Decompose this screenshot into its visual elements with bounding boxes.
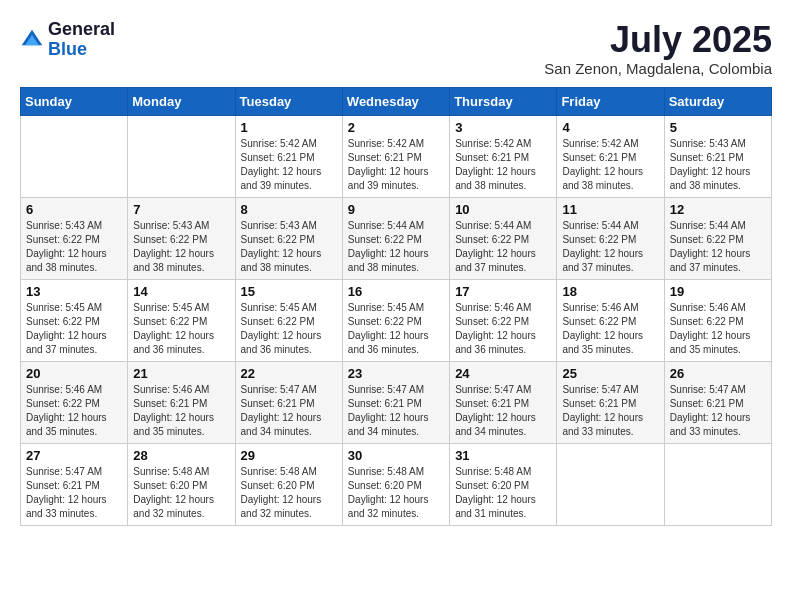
day-number: 24	[455, 366, 551, 381]
calendar-cell: 23Sunrise: 5:47 AMSunset: 6:21 PMDayligh…	[342, 361, 449, 443]
day-of-week-header: Wednesday	[342, 87, 449, 115]
day-info: Sunrise: 5:47 AMSunset: 6:21 PMDaylight:…	[670, 383, 766, 439]
page-header: General Blue July 2025 San Zenon, Magdal…	[20, 20, 772, 77]
day-of-week-header: Friday	[557, 87, 664, 115]
day-info: Sunrise: 5:42 AMSunset: 6:21 PMDaylight:…	[241, 137, 337, 193]
day-info: Sunrise: 5:45 AMSunset: 6:22 PMDaylight:…	[133, 301, 229, 357]
title-block: July 2025 San Zenon, Magdalena, Colombia	[544, 20, 772, 77]
day-number: 28	[133, 448, 229, 463]
day-number: 18	[562, 284, 658, 299]
calendar-cell: 25Sunrise: 5:47 AMSunset: 6:21 PMDayligh…	[557, 361, 664, 443]
calendar-cell: 24Sunrise: 5:47 AMSunset: 6:21 PMDayligh…	[450, 361, 557, 443]
day-info: Sunrise: 5:43 AMSunset: 6:22 PMDaylight:…	[133, 219, 229, 275]
calendar-cell: 11Sunrise: 5:44 AMSunset: 6:22 PMDayligh…	[557, 197, 664, 279]
day-number: 4	[562, 120, 658, 135]
day-info: Sunrise: 5:47 AMSunset: 6:21 PMDaylight:…	[562, 383, 658, 439]
day-number: 16	[348, 284, 444, 299]
day-number: 25	[562, 366, 658, 381]
day-number: 2	[348, 120, 444, 135]
day-number: 22	[241, 366, 337, 381]
calendar-table: SundayMondayTuesdayWednesdayThursdayFrid…	[20, 87, 772, 526]
day-info: Sunrise: 5:43 AMSunset: 6:22 PMDaylight:…	[26, 219, 122, 275]
calendar-cell	[557, 443, 664, 525]
logo: General Blue	[20, 20, 115, 60]
calendar-week-row: 27Sunrise: 5:47 AMSunset: 6:21 PMDayligh…	[21, 443, 772, 525]
day-info: Sunrise: 5:48 AMSunset: 6:20 PMDaylight:…	[133, 465, 229, 521]
day-number: 23	[348, 366, 444, 381]
location-title: San Zenon, Magdalena, Colombia	[544, 60, 772, 77]
calendar-cell: 15Sunrise: 5:45 AMSunset: 6:22 PMDayligh…	[235, 279, 342, 361]
day-info: Sunrise: 5:46 AMSunset: 6:22 PMDaylight:…	[26, 383, 122, 439]
day-number: 13	[26, 284, 122, 299]
calendar-cell: 21Sunrise: 5:46 AMSunset: 6:21 PMDayligh…	[128, 361, 235, 443]
day-info: Sunrise: 5:42 AMSunset: 6:21 PMDaylight:…	[562, 137, 658, 193]
day-number: 19	[670, 284, 766, 299]
calendar-cell: 8Sunrise: 5:43 AMSunset: 6:22 PMDaylight…	[235, 197, 342, 279]
calendar-cell: 26Sunrise: 5:47 AMSunset: 6:21 PMDayligh…	[664, 361, 771, 443]
logo-general: General	[48, 20, 115, 40]
day-info: Sunrise: 5:44 AMSunset: 6:22 PMDaylight:…	[348, 219, 444, 275]
day-info: Sunrise: 5:46 AMSunset: 6:22 PMDaylight:…	[455, 301, 551, 357]
calendar-cell	[128, 115, 235, 197]
day-number: 8	[241, 202, 337, 217]
day-number: 20	[26, 366, 122, 381]
day-number: 31	[455, 448, 551, 463]
day-number: 10	[455, 202, 551, 217]
logo-icon	[20, 28, 44, 52]
day-info: Sunrise: 5:42 AMSunset: 6:21 PMDaylight:…	[455, 137, 551, 193]
day-info: Sunrise: 5:47 AMSunset: 6:21 PMDaylight:…	[26, 465, 122, 521]
day-info: Sunrise: 5:48 AMSunset: 6:20 PMDaylight:…	[455, 465, 551, 521]
day-info: Sunrise: 5:43 AMSunset: 6:22 PMDaylight:…	[241, 219, 337, 275]
calendar-cell: 3Sunrise: 5:42 AMSunset: 6:21 PMDaylight…	[450, 115, 557, 197]
month-title: July 2025	[544, 20, 772, 60]
day-of-week-header: Thursday	[450, 87, 557, 115]
calendar-week-row: 1Sunrise: 5:42 AMSunset: 6:21 PMDaylight…	[21, 115, 772, 197]
day-info: Sunrise: 5:45 AMSunset: 6:22 PMDaylight:…	[241, 301, 337, 357]
day-of-week-header: Sunday	[21, 87, 128, 115]
day-of-week-header: Tuesday	[235, 87, 342, 115]
day-number: 1	[241, 120, 337, 135]
day-number: 30	[348, 448, 444, 463]
logo-blue: Blue	[48, 40, 115, 60]
calendar-cell: 6Sunrise: 5:43 AMSunset: 6:22 PMDaylight…	[21, 197, 128, 279]
calendar-cell: 22Sunrise: 5:47 AMSunset: 6:21 PMDayligh…	[235, 361, 342, 443]
calendar-cell: 2Sunrise: 5:42 AMSunset: 6:21 PMDaylight…	[342, 115, 449, 197]
day-info: Sunrise: 5:46 AMSunset: 6:21 PMDaylight:…	[133, 383, 229, 439]
calendar-cell	[21, 115, 128, 197]
day-info: Sunrise: 5:48 AMSunset: 6:20 PMDaylight:…	[241, 465, 337, 521]
day-number: 14	[133, 284, 229, 299]
day-number: 17	[455, 284, 551, 299]
day-info: Sunrise: 5:47 AMSunset: 6:21 PMDaylight:…	[241, 383, 337, 439]
day-info: Sunrise: 5:43 AMSunset: 6:21 PMDaylight:…	[670, 137, 766, 193]
day-info: Sunrise: 5:45 AMSunset: 6:22 PMDaylight:…	[348, 301, 444, 357]
calendar-week-row: 20Sunrise: 5:46 AMSunset: 6:22 PMDayligh…	[21, 361, 772, 443]
calendar-cell: 27Sunrise: 5:47 AMSunset: 6:21 PMDayligh…	[21, 443, 128, 525]
calendar-cell: 14Sunrise: 5:45 AMSunset: 6:22 PMDayligh…	[128, 279, 235, 361]
calendar-header-row: SundayMondayTuesdayWednesdayThursdayFrid…	[21, 87, 772, 115]
calendar-cell: 10Sunrise: 5:44 AMSunset: 6:22 PMDayligh…	[450, 197, 557, 279]
day-number: 7	[133, 202, 229, 217]
calendar-cell: 9Sunrise: 5:44 AMSunset: 6:22 PMDaylight…	[342, 197, 449, 279]
calendar-cell: 31Sunrise: 5:48 AMSunset: 6:20 PMDayligh…	[450, 443, 557, 525]
logo-text: General Blue	[48, 20, 115, 60]
day-info: Sunrise: 5:42 AMSunset: 6:21 PMDaylight:…	[348, 137, 444, 193]
day-info: Sunrise: 5:46 AMSunset: 6:22 PMDaylight:…	[670, 301, 766, 357]
calendar-cell: 20Sunrise: 5:46 AMSunset: 6:22 PMDayligh…	[21, 361, 128, 443]
calendar-cell: 12Sunrise: 5:44 AMSunset: 6:22 PMDayligh…	[664, 197, 771, 279]
day-info: Sunrise: 5:48 AMSunset: 6:20 PMDaylight:…	[348, 465, 444, 521]
day-number: 9	[348, 202, 444, 217]
day-number: 3	[455, 120, 551, 135]
day-number: 29	[241, 448, 337, 463]
calendar-cell: 29Sunrise: 5:48 AMSunset: 6:20 PMDayligh…	[235, 443, 342, 525]
calendar-cell: 30Sunrise: 5:48 AMSunset: 6:20 PMDayligh…	[342, 443, 449, 525]
day-number: 6	[26, 202, 122, 217]
day-of-week-header: Saturday	[664, 87, 771, 115]
day-of-week-header: Monday	[128, 87, 235, 115]
calendar-cell: 7Sunrise: 5:43 AMSunset: 6:22 PMDaylight…	[128, 197, 235, 279]
calendar-cell: 18Sunrise: 5:46 AMSunset: 6:22 PMDayligh…	[557, 279, 664, 361]
calendar-cell: 5Sunrise: 5:43 AMSunset: 6:21 PMDaylight…	[664, 115, 771, 197]
day-number: 26	[670, 366, 766, 381]
day-info: Sunrise: 5:47 AMSunset: 6:21 PMDaylight:…	[348, 383, 444, 439]
calendar-cell: 17Sunrise: 5:46 AMSunset: 6:22 PMDayligh…	[450, 279, 557, 361]
calendar-cell	[664, 443, 771, 525]
